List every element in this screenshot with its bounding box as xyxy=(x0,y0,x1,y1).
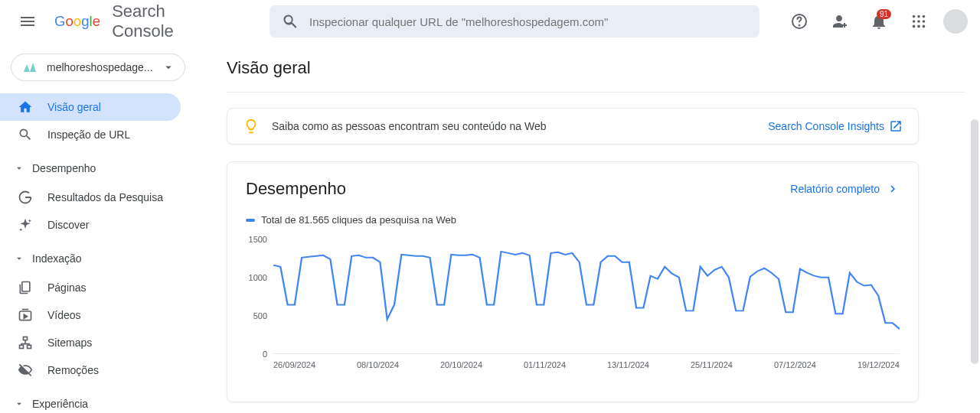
svg-rect-16 xyxy=(28,345,31,348)
section-indexing[interactable]: Indexação xyxy=(0,243,196,274)
menu-icon xyxy=(18,12,37,31)
y-tick: 0 xyxy=(263,350,267,359)
sidebar-item-pages[interactable]: Páginas xyxy=(0,274,181,301)
nav-label: Inspeção de URL xyxy=(47,128,130,141)
x-tick: 07/12/2024 xyxy=(774,360,816,369)
svg-point-9 xyxy=(913,25,916,28)
legend-swatch xyxy=(246,219,255,222)
sidebar-item-search-results[interactable]: Resultados da Pesquisa xyxy=(0,184,181,211)
help-button[interactable] xyxy=(784,6,815,37)
caret-down-icon xyxy=(14,163,24,174)
performance-title: Desempenho xyxy=(246,179,790,199)
nav-label: Páginas xyxy=(47,281,87,294)
property-selector[interactable]: melhoreshospedage... xyxy=(11,54,185,81)
url-search-input[interactable] xyxy=(309,15,747,28)
legend-label: Total de 81.565 cliques da pesquisa na W… xyxy=(261,214,456,226)
sitemap-icon xyxy=(18,335,33,350)
svg-point-8 xyxy=(923,20,926,23)
svg-rect-15 xyxy=(20,345,24,348)
logo[interactable]: Google Search Console xyxy=(54,2,230,41)
url-search-bar[interactable] xyxy=(270,5,760,37)
section-label: Experiência xyxy=(32,398,88,410)
users-button[interactable] xyxy=(824,6,854,37)
scrollbar[interactable] xyxy=(971,119,978,364)
y-tick: 1000 xyxy=(249,273,267,282)
search-icon xyxy=(18,127,33,142)
performance-chart: 150010005000 26/09/202408/10/202420/10/2… xyxy=(246,239,900,377)
person-add-icon xyxy=(830,12,848,31)
nav-label: Vídeos xyxy=(47,309,81,321)
insights-link-label: Search Console Insights xyxy=(768,120,884,132)
help-icon xyxy=(790,12,808,31)
insights-text: Saiba como as pessoas encontram seu cont… xyxy=(272,120,756,132)
notification-badge: 91 xyxy=(877,9,891,19)
svg-point-2 xyxy=(799,25,800,26)
svg-point-4 xyxy=(917,15,920,18)
home-icon xyxy=(18,99,33,115)
section-label: Indexação xyxy=(32,252,82,265)
svg-point-3 xyxy=(913,15,916,18)
x-tick: 08/10/2024 xyxy=(357,360,399,369)
caret-down-icon xyxy=(14,398,24,409)
sidebar-item-url-inspect[interactable]: Inspeção de URL xyxy=(0,121,181,148)
video-icon xyxy=(18,307,33,323)
caret-down-icon xyxy=(14,253,24,264)
google-g-icon xyxy=(18,190,33,205)
header: Google Search Console 91 xyxy=(0,0,980,43)
chart-legend: Total de 81.565 cliques da pesquisa na W… xyxy=(246,214,900,226)
nav-label: Discover xyxy=(47,219,89,231)
svg-rect-12 xyxy=(22,282,30,292)
main-menu-button[interactable] xyxy=(12,6,42,37)
property-label: melhoreshospedage... xyxy=(47,61,154,73)
y-tick: 500 xyxy=(253,311,267,320)
sidebar-item-discover[interactable]: Discover xyxy=(0,211,181,239)
removals-icon xyxy=(18,363,33,378)
content-area: Visão geral Saiba como as pessoas encont… xyxy=(196,43,980,413)
svg-point-6 xyxy=(913,20,916,23)
full-report-link[interactable]: Relatório completo xyxy=(790,182,900,196)
nav-label: Resultados da Pesquisa xyxy=(47,191,163,203)
lightbulb-icon xyxy=(243,118,260,135)
sidebar-item-overview[interactable]: Visão geral xyxy=(0,93,181,121)
x-tick: 25/11/2024 xyxy=(691,360,733,369)
section-performance[interactable]: Desempenho xyxy=(0,153,196,184)
chevron-right-icon xyxy=(886,182,900,196)
apps-button[interactable] xyxy=(903,6,934,37)
svg-point-10 xyxy=(917,25,920,28)
sidebar-item-removals[interactable]: Remoções xyxy=(0,356,181,384)
x-tick: 19/12/2024 xyxy=(858,360,900,369)
x-tick: 20/10/2024 xyxy=(440,360,482,369)
notifications-button[interactable]: 91 xyxy=(864,6,894,37)
section-label: Desempenho xyxy=(32,162,96,174)
discover-icon xyxy=(18,217,33,233)
account-avatar[interactable] xyxy=(943,9,968,34)
performance-card: Desempenho Relatório completo Total de 8… xyxy=(227,161,919,402)
open-new-icon xyxy=(889,119,903,133)
chart-line xyxy=(273,252,900,329)
logo-text: Search Console xyxy=(112,2,230,41)
insights-card: Saiba como as pessoas encontram seu cont… xyxy=(227,108,919,145)
property-icon xyxy=(21,61,39,73)
x-tick: 13/11/2024 xyxy=(607,360,649,369)
apps-icon xyxy=(910,13,927,30)
svg-text:Google: Google xyxy=(54,13,100,29)
x-tick: 26/09/2024 xyxy=(273,360,315,369)
section-experience[interactable]: Experiência xyxy=(0,389,196,413)
svg-point-7 xyxy=(917,20,920,23)
svg-point-5 xyxy=(923,15,926,18)
search-icon xyxy=(282,13,299,30)
pages-icon xyxy=(18,280,33,295)
nav-label: Remoções xyxy=(47,364,99,376)
sidebar: melhoreshospedage... Visão geral Inspeçã… xyxy=(0,43,196,413)
y-tick: 1500 xyxy=(249,235,267,244)
x-tick: 01/11/2024 xyxy=(524,360,566,369)
sidebar-item-sitemaps[interactable]: Sitemaps xyxy=(0,329,181,356)
sidebar-item-videos[interactable]: Vídeos xyxy=(0,301,181,329)
svg-point-11 xyxy=(923,25,926,28)
nav-label: Visão geral xyxy=(47,101,101,113)
insights-link[interactable]: Search Console Insights xyxy=(768,119,903,133)
nav-label: Sitemaps xyxy=(47,337,92,349)
chevron-down-icon xyxy=(162,60,175,74)
page-title: Visão geral xyxy=(227,43,965,93)
full-report-label: Relatório completo xyxy=(790,183,880,195)
